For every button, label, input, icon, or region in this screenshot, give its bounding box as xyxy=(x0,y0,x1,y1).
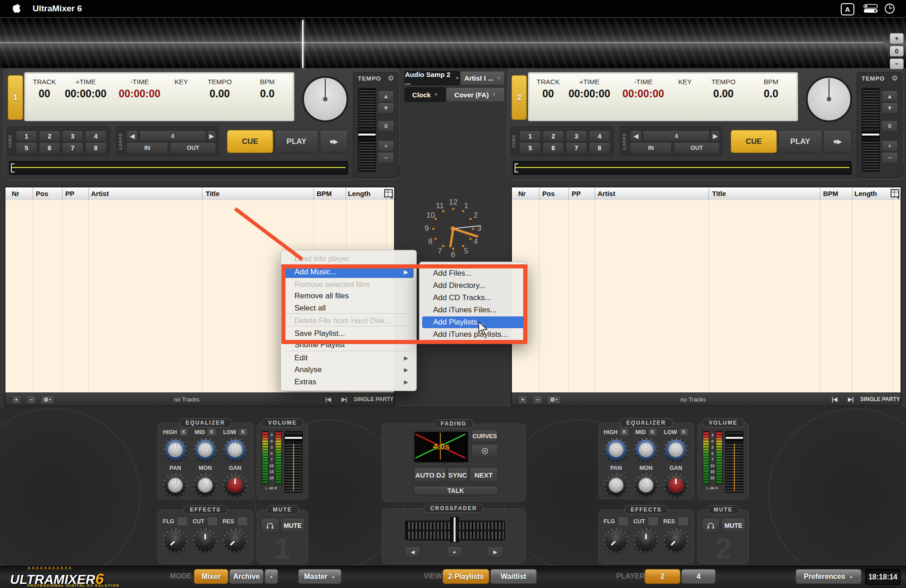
tempo-down-icon[interactable]: ▼ xyxy=(882,102,898,114)
eq-kill-button[interactable]: K xyxy=(680,429,688,435)
loop-increase-icon[interactable]: ▶ xyxy=(711,130,720,142)
view-waitlist-button[interactable]: Waitlist xyxy=(490,569,537,584)
apple-icon[interactable] xyxy=(13,4,21,14)
col-pos[interactable]: Pos xyxy=(542,190,555,197)
mon-knob[interactable] xyxy=(636,475,656,496)
preferences-button[interactable]: Preferences▲ xyxy=(795,569,862,584)
deck2-cue-6[interactable]: 6 xyxy=(543,142,564,153)
cutoff-toggle-button[interactable] xyxy=(207,516,218,526)
skip-to-start-icon[interactable]: |◀ xyxy=(832,396,838,402)
resonance-toggle-button[interactable] xyxy=(678,516,689,526)
resonance-toggle-button[interactable] xyxy=(237,516,248,526)
tempo-fader-handle[interactable] xyxy=(358,129,376,140)
playlist-left-header[interactable]: Nr Pos PP Artist Title BPM Length ▼ xyxy=(5,187,394,201)
deck1-cue-button[interactable]: CUE xyxy=(227,130,273,153)
volume-fader-handle[interactable] xyxy=(284,432,303,444)
deck2-play-button[interactable]: PLAY xyxy=(778,130,822,153)
keyboard-layout-icon[interactable]: A xyxy=(841,3,854,15)
deck1-cue-5[interactable]: 5 xyxy=(16,142,37,153)
skip-to-end-icon[interactable]: ▶| xyxy=(342,396,347,402)
deck1-cue-3[interactable]: 3 xyxy=(62,130,83,142)
col-bpm[interactable]: BPM xyxy=(317,190,332,197)
column-settings-icon[interactable]: ▼ xyxy=(384,189,393,197)
deck1-cue-6[interactable]: 6 xyxy=(39,142,60,153)
tab-audio-sampler[interactable]: Audio Samp 2 ...▼ xyxy=(405,71,460,85)
col-nr[interactable]: Nr xyxy=(518,190,526,197)
playlist-right-header[interactable]: Nr Pos PP Artist Title BPM Length ▼ xyxy=(512,187,901,201)
fade-settings-button[interactable] xyxy=(472,444,498,458)
flanger-toggle-button[interactable] xyxy=(177,516,188,526)
deck1-cue-7[interactable]: 7 xyxy=(62,142,83,153)
playlist-options-gear-icon[interactable]: ⚙▼ xyxy=(547,395,561,404)
cutoff-knob[interactable] xyxy=(636,530,656,551)
loop-decrease-icon[interactable]: ◀ xyxy=(630,130,642,142)
curves-button[interactable]: CURVES xyxy=(472,430,498,442)
eq-high-knob[interactable] xyxy=(606,440,626,460)
tab-clock[interactable]: Clock▼ xyxy=(405,87,446,102)
col-pp[interactable]: PP xyxy=(65,190,74,197)
fade-curve-display[interactable]: 4.0s xyxy=(414,431,469,463)
playlist-options-gear-icon[interactable]: ⚙▼ xyxy=(41,395,54,404)
flanger-knob[interactable] xyxy=(165,530,186,551)
loop-decrease-icon[interactable]: ◀ xyxy=(126,130,138,142)
tempo-up-icon[interactable]: ▲ xyxy=(378,91,394,102)
deck2-loop-out-button[interactable]: OUT xyxy=(674,142,720,153)
menu-item-extras[interactable]: Extras▶ xyxy=(284,376,414,388)
eq-mid-knob[interactable] xyxy=(636,440,656,460)
eq-kill-button[interactable]: K xyxy=(180,429,188,435)
single-mode-button[interactable]: SINGLE xyxy=(860,396,881,402)
deck1-tab[interactable]: 1 xyxy=(8,75,23,120)
deck1-loop-out-button[interactable]: OUT xyxy=(170,142,216,153)
deck1-play-button[interactable]: PLAY xyxy=(275,130,318,153)
headphone-cue-button[interactable] xyxy=(702,518,720,533)
control-center-icon[interactable] xyxy=(863,4,878,13)
deck2-cue-7[interactable]: 7 xyxy=(566,142,587,153)
deck1-cue-8[interactable]: 8 xyxy=(85,142,106,153)
deck2-cue-8[interactable]: 8 xyxy=(589,142,610,153)
add-track-button[interactable]: + xyxy=(12,395,21,404)
deck2-tempo-fader[interactable] xyxy=(862,88,880,172)
deck1-track-progress[interactable] xyxy=(9,161,348,175)
mon-knob[interactable] xyxy=(195,475,216,496)
next-button[interactable]: NEXT xyxy=(469,467,498,483)
col-title[interactable]: Title xyxy=(206,190,220,197)
playlist-right-body[interactable] xyxy=(512,200,901,395)
deck2-cue-3[interactable]: 3 xyxy=(566,130,587,142)
deck2-cue-1[interactable]: 1 xyxy=(520,130,541,142)
tempo-down-icon[interactable]: ▼ xyxy=(378,102,394,114)
deck1-cue-1[interactable]: 1 xyxy=(16,130,37,142)
deck2-cue-5[interactable]: 5 xyxy=(520,142,541,153)
col-artist[interactable]: Artist xyxy=(91,190,109,197)
tempo-minus-button[interactable]: − xyxy=(882,152,898,163)
tab-cover[interactable]: Cover (FA)▼ xyxy=(446,87,505,102)
col-artist[interactable]: Artist xyxy=(598,190,615,197)
mode-expand-button[interactable]: ▲ xyxy=(265,569,278,584)
deck2-cue-button[interactable]: CUE xyxy=(731,130,777,153)
deck1-loop-length[interactable]: 4 xyxy=(139,130,206,142)
tempo-minus-button[interactable]: − xyxy=(378,152,394,163)
fade-sync-button[interactable]: SYNC xyxy=(447,467,468,483)
cutoff-toggle-button[interactable] xyxy=(648,516,659,526)
deck1-tempo-fader[interactable] xyxy=(358,88,376,172)
crossfader-handle[interactable] xyxy=(450,517,459,542)
gain-knob[interactable] xyxy=(225,475,246,496)
eq-kill-button[interactable]: K xyxy=(648,429,656,435)
deck2-jog-wheel[interactable] xyxy=(806,76,852,122)
wave-zoom-in-button[interactable]: + xyxy=(890,33,904,44)
col-pos[interactable]: Pos xyxy=(36,190,48,197)
deck2-cue-2[interactable]: 2 xyxy=(543,130,564,142)
party-mode-button[interactable]: PARTY xyxy=(376,396,394,402)
deck2-loop-length[interactable]: 4 xyxy=(643,130,710,142)
talk-button[interactable]: TALK xyxy=(414,486,498,496)
deck2-loop-in-button[interactable]: IN xyxy=(630,142,672,153)
deck1-jog-wheel[interactable] xyxy=(302,76,348,122)
pan-knob[interactable] xyxy=(165,475,186,496)
deck2-tab[interactable]: 2 xyxy=(511,75,527,120)
deck1-loop-in-button[interactable]: IN xyxy=(126,142,168,153)
flanger-toggle-button[interactable] xyxy=(618,516,629,526)
tempo-reset-button[interactable]: 0 xyxy=(378,120,394,132)
col-nr[interactable]: Nr xyxy=(12,190,19,197)
column-settings-icon[interactable]: ▼ xyxy=(891,189,899,197)
cutoff-knob[interactable] xyxy=(195,530,216,551)
deck1-cue-2[interactable]: 2 xyxy=(39,130,60,142)
